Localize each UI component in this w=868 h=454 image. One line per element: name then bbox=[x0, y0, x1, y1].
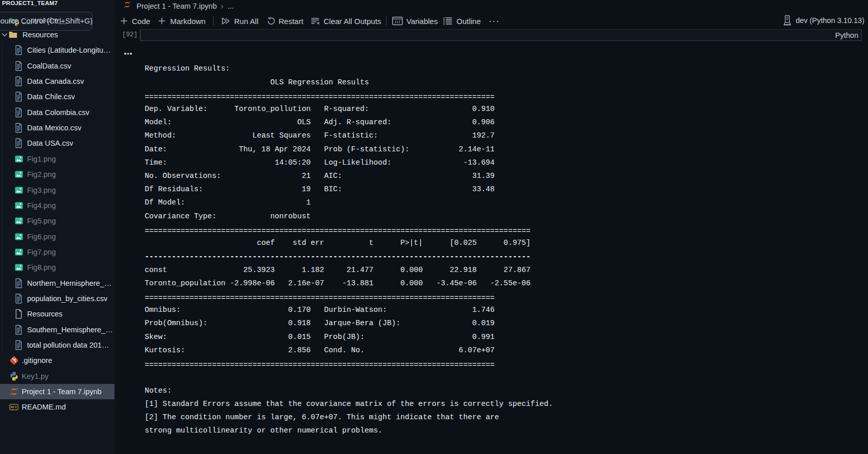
svg-text:(x): (x) bbox=[395, 19, 400, 24]
